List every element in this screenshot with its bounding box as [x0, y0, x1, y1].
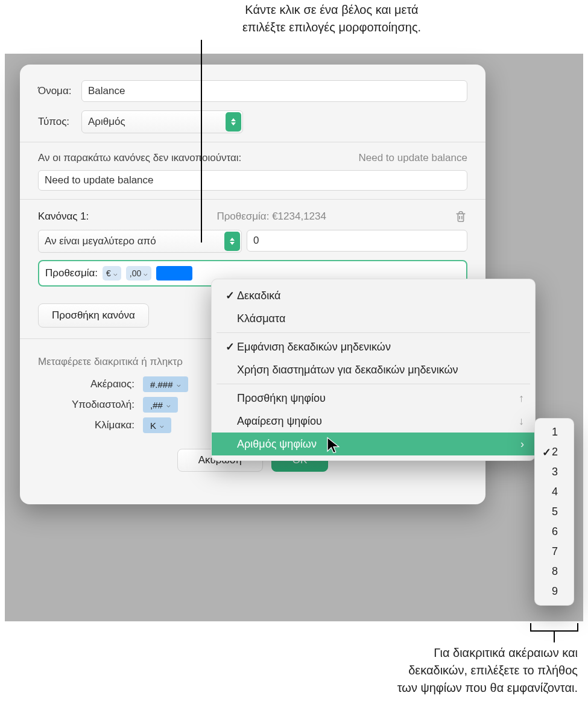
scale-token[interactable]: K⌵ — [143, 417, 171, 433]
deadline-preview: Προθεσμία: €1234,1234 — [217, 211, 326, 223]
updown-icon — [224, 232, 240, 251]
chevron-down-icon: ⌵ — [113, 270, 118, 277]
name-label: Όνομα: — [38, 85, 81, 97]
menu-item-add-digit[interactable]: Προσθήκη ψηφίου↑ — [212, 387, 535, 410]
callout-bracket — [530, 623, 578, 638]
type-select-value: Αριθμός — [88, 116, 125, 128]
integer-label: Ακέραιος: — [38, 378, 143, 390]
chevron-down-icon: ⌵ — [177, 381, 181, 388]
trash-icon[interactable] — [454, 209, 467, 224]
format-bar-label: Προθεσμία: — [45, 267, 98, 279]
currency-chip[interactable]: €⌵ — [103, 266, 121, 281]
decimal-options-menu: ✓Δεκαδικά Κλάσματα ✓Εμφάνιση δεκαδικών μ… — [211, 279, 536, 461]
decimal-label: Υποδιαστολή: — [38, 399, 143, 411]
active-token[interactable] — [156, 266, 192, 281]
type-select[interactable]: Αριθμός — [81, 110, 243, 133]
checkmark-icon: ✓ — [223, 289, 237, 302]
digit-option-8[interactable]: 8 — [535, 562, 574, 582]
digit-option-7[interactable]: 7 — [535, 542, 574, 562]
digit-option-4[interactable]: 4 — [535, 482, 574, 502]
name-field[interactable] — [81, 80, 467, 102]
chevron-down-icon: ⌵ — [166, 401, 171, 409]
type-label: Τύπος: — [38, 116, 81, 128]
condition-select-value: Αν είναι μεγαλύτερο από — [45, 235, 156, 247]
digit-option-6[interactable]: 6 — [535, 522, 574, 542]
digit-option-2[interactable]: ✓2 — [535, 442, 574, 462]
digit-count-submenu: 1 ✓2 3 4 5 6 7 8 9 — [534, 418, 574, 606]
menu-item-fractions[interactable]: Κλάσματα — [212, 307, 535, 330]
checkmark-icon: ✓ — [541, 446, 552, 459]
menu-item-decimals[interactable]: ✓Δεκαδικά — [212, 284, 535, 307]
callout-top: Κάντε κλικ σε ένα βέλος και μετά επιλέξτ… — [199, 1, 464, 36]
menu-item-digit-count[interactable]: Αριθμός ψηφίων› — [212, 433, 535, 455]
chevron-down-icon: ⌵ — [144, 270, 148, 277]
menu-item-space-zeros[interactable]: Χρήση διαστημάτων για δεκαδικών μηδενικώ… — [212, 358, 535, 381]
default-text-field[interactable] — [38, 170, 467, 191]
callout-bottom: Για διακριτικά ακέραιων και δεκαδικών, ε… — [249, 644, 578, 697]
add-rule-button[interactable]: Προσθήκη κανόνα — [38, 303, 149, 328]
rules-hint: Αν οι παρακάτω κανόνες δεν ικανοποιούντα… — [38, 152, 241, 164]
compare-value-field[interactable] — [247, 230, 467, 252]
checkmark-icon: ✓ — [223, 340, 237, 353]
rule1-label: Κανόνας 1: — [38, 211, 89, 223]
menu-item-remove-digit[interactable]: Αφαίρεση ψηφίου↓ — [212, 410, 535, 433]
decimal-token[interactable]: ,##⌵ — [143, 397, 178, 413]
arrow-up-icon: ↑ — [519, 392, 524, 405]
condition-select[interactable]: Αν είναι μεγαλύτερο από — [38, 230, 242, 253]
integer-token[interactable]: #.###⌵ — [143, 376, 188, 392]
updown-icon — [226, 112, 241, 132]
digit-option-9[interactable]: 9 — [535, 582, 574, 601]
scale-label: Κλίμακα: — [38, 419, 143, 431]
rules-preview: Need to update balance — [358, 152, 467, 164]
menu-item-show-zeros[interactable]: ✓Εμφάνιση δεκαδικών μηδενικών — [212, 335, 535, 358]
chevron-right-icon: › — [520, 438, 524, 451]
arrow-down-icon: ↓ — [519, 415, 524, 428]
digit-option-1[interactable]: 1 — [535, 422, 574, 442]
digit-option-5[interactable]: 5 — [535, 502, 574, 522]
decimals-chip[interactable]: ,00⌵ — [126, 266, 151, 281]
chevron-down-icon: ⌵ — [160, 422, 164, 429]
callout-leader — [201, 40, 202, 242]
digit-option-3[interactable]: 3 — [535, 462, 574, 482]
